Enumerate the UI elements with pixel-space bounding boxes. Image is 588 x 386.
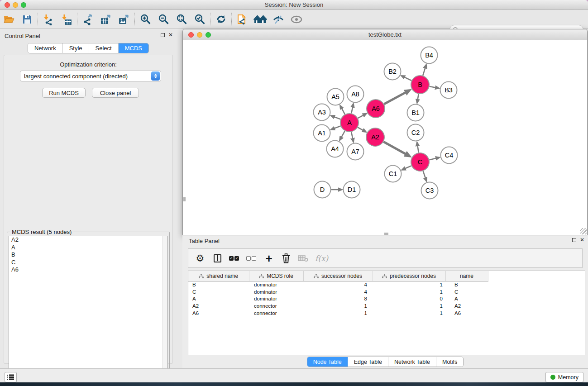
zoom-traffic-light[interactable] (206, 32, 211, 38)
save-session-icon[interactable] (18, 12, 36, 27)
table-cell-filler (488, 310, 585, 317)
table-cell[interactable]: dominator (249, 281, 303, 288)
mcds-result-item[interactable]: A (9, 244, 167, 252)
mcds-result-item[interactable]: A2 (9, 236, 167, 244)
mcds-result-item[interactable]: C (9, 259, 167, 267)
home-layouts-icon[interactable] (251, 12, 269, 27)
add-column-icon[interactable]: + (263, 252, 274, 265)
tab-network-table[interactable]: Network Table (388, 357, 436, 367)
table-cell[interactable]: 1 (373, 302, 445, 310)
import-network-icon[interactable] (39, 12, 57, 27)
table-cell[interactable]: A (188, 295, 249, 303)
table-cell[interactable]: C (445, 288, 488, 295)
table-cell[interactable]: A6 (445, 310, 488, 317)
app-titlebar: Session: New Session (0, 0, 588, 10)
table-cell[interactable]: A2 (445, 302, 488, 310)
zoom-selected-icon[interactable] (191, 12, 209, 27)
import-table-icon[interactable] (57, 12, 76, 27)
table-cell[interactable]: dominator (249, 295, 303, 303)
tab-select[interactable]: Select (89, 43, 118, 53)
list-scrollbar[interactable] (163, 236, 167, 386)
task-history-button[interactable] (5, 372, 17, 382)
export-network-icon[interactable] (79, 12, 97, 27)
node-table: shared nameMCDS rolesuccessor nodesprede… (188, 271, 585, 355)
tab-edge-table[interactable]: Edge Table (348, 357, 388, 367)
table-cell[interactable]: 1 (373, 288, 445, 295)
node-label-A6: A6 (372, 105, 380, 112)
zoom-out-icon[interactable] (154, 12, 172, 27)
criterion-select[interactable]: largest connected component (directed) (20, 71, 161, 81)
mcds-result-item[interactable]: B (9, 251, 167, 259)
close-panel-icon[interactable]: ✕ (580, 238, 584, 243)
network-window-titlebar[interactable]: testGlobe.txt (183, 29, 587, 40)
edge-A-A8 (351, 107, 353, 114)
edge-C-C4 (429, 158, 436, 160)
show-graphics-details-icon[interactable] (287, 12, 306, 27)
tab-motifs[interactable]: Motifs (436, 357, 463, 367)
select-all-rows-icon[interactable]: ✓✓ (229, 252, 240, 265)
table-row[interactable]: Adominator80A (188, 295, 585, 303)
close-traffic-light[interactable] (188, 32, 194, 38)
table-cell[interactable]: 1 (303, 302, 373, 310)
table-row[interactable]: Cdominator41C (188, 288, 585, 295)
deselect-all-rows-icon[interactable] (246, 252, 257, 265)
column-header-name[interactable]: name (445, 271, 488, 281)
table-cell[interactable]: connector (249, 310, 303, 317)
delete-column-trash-icon[interactable] (281, 252, 292, 265)
table-cell[interactable]: 4 (303, 288, 373, 295)
close-panel-icon[interactable]: ✕ (168, 33, 173, 38)
column-header-filler (488, 271, 585, 281)
tab-style[interactable]: Style (62, 43, 89, 53)
mcds-result-item[interactable]: A6 (9, 266, 167, 274)
table-row[interactable]: Bdominator41B (188, 281, 585, 288)
table-cell[interactable]: A (445, 295, 488, 303)
close-traffic-light[interactable] (5, 2, 10, 8)
table-settings-gear-icon[interactable]: ⚙ (195, 252, 206, 265)
open-file-icon[interactable] (0, 12, 18, 27)
zoom-in-icon[interactable] (136, 12, 154, 27)
tab-network[interactable]: Network (28, 43, 62, 53)
network-canvas[interactable]: B4B2BB3A5A8A6A3B1AA1C2A2A4A7C4CC1C3DD1 (183, 40, 587, 235)
table-cell[interactable]: 4 (303, 281, 373, 288)
tab-node-table[interactable]: Node Table (307, 357, 348, 367)
edge-A-A5 (342, 109, 345, 114)
table-cell[interactable]: 1 (373, 281, 445, 288)
zoom-fit-icon[interactable] (172, 12, 191, 27)
float-panel-icon[interactable] (161, 33, 165, 37)
table-row[interactable]: A2connector11A2 (188, 302, 585, 310)
float-panel-icon[interactable] (572, 238, 576, 242)
column-header-MCDS-role[interactable]: MCDS role (249, 271, 303, 281)
minimize-traffic-light[interactable] (197, 32, 202, 38)
run-mcds-button[interactable]: Run MCDS (42, 88, 86, 98)
table-cell[interactable]: connector (249, 302, 303, 310)
show-columns-icon[interactable] (212, 252, 223, 265)
zoom-traffic-light[interactable] (21, 2, 26, 8)
refresh-view-icon[interactable] (212, 12, 230, 27)
table-row[interactable]: A6connector11A6 (188, 310, 585, 317)
table-cell[interactable]: 1 (373, 310, 445, 317)
table-cell[interactable]: B (445, 281, 488, 288)
control-panel: Control Panel ✕ NetworkStyleSelectMCDS O… (0, 29, 177, 368)
network-from-file-icon[interactable] (233, 12, 251, 27)
table-cell[interactable]: C (188, 288, 249, 295)
window-resize-grip[interactable] (580, 228, 587, 234)
edge-A6-B (384, 92, 406, 104)
close-panel-button[interactable]: Close panel (92, 88, 139, 98)
table-cell[interactable]: B (188, 281, 249, 288)
node-label-B1: B1 (411, 109, 420, 116)
tab-mcds[interactable]: MCDS (118, 43, 148, 53)
table-cell[interactable]: 0 (373, 295, 445, 303)
column-header-predecessor-nodes[interactable]: predecessor nodes (373, 271, 445, 281)
export-table-icon[interactable] (97, 12, 115, 27)
hide-graphics-details-icon[interactable] (269, 12, 287, 27)
column-header-shared-name[interactable]: shared name (188, 271, 249, 281)
table-cell[interactable]: 8 (303, 295, 373, 303)
minimize-traffic-light[interactable] (13, 2, 18, 8)
column-header-successor-nodes[interactable]: successor nodes (303, 271, 373, 281)
export-image-icon[interactable] (115, 12, 133, 27)
table-cell[interactable]: 1 (303, 310, 373, 317)
table-cell[interactable]: A2 (188, 302, 249, 310)
table-cell[interactable]: A6 (188, 310, 249, 317)
table-cell[interactable]: dominator (249, 288, 303, 295)
memory-button[interactable]: Memory (545, 372, 583, 382)
